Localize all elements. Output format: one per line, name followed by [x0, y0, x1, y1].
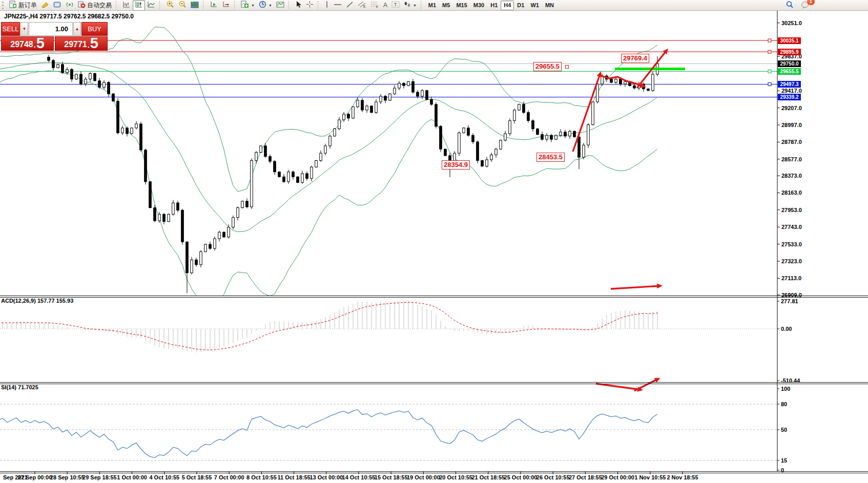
styler-button[interactable]: [39, 0, 51, 11]
zoom-in-button[interactable]: [164, 0, 176, 11]
time-axis-label: 27 Oct 18:55: [569, 474, 602, 480]
auto-trading-button[interactable]: 自动交易: [76, 0, 114, 11]
templates-button[interactable]: [274, 0, 286, 11]
price-tick-label: 28997.0: [781, 122, 802, 128]
candle-body: [144, 150, 147, 182]
time-axis-label: 4 Oct 10:55: [149, 474, 179, 480]
time-axis-label: 29 Oct 00:00: [601, 474, 634, 480]
candle-body: [384, 96, 387, 100]
candle-body: [546, 135, 548, 139]
timeframe-button-h1[interactable]: H1: [487, 1, 501, 10]
timeframe-button-m15[interactable]: M15: [453, 1, 470, 10]
chart-canvas[interactable]: 30251.029837.029417.029207.028997.028787…: [0, 0, 868, 483]
search-button[interactable]: [783, 0, 796, 11]
timeframe-button-m1[interactable]: M1: [425, 1, 439, 10]
candle-body: [592, 102, 594, 124]
bollinger-lower-band: [0, 71, 657, 302]
candle-body: [89, 73, 92, 79]
candle-body: [117, 101, 119, 133]
candle-body: [209, 244, 212, 248]
chevron-down-icon: ▼: [251, 4, 255, 7]
timeframe-button-h4[interactable]: H4: [501, 1, 514, 10]
candle-body: [523, 104, 525, 113]
timeframe-button-mn[interactable]: MN: [542, 1, 557, 10]
toolbar-separator: [234, 1, 237, 9]
timeframe-button-m30[interactable]: M30: [470, 1, 487, 10]
trendline-button[interactable]: [344, 0, 356, 11]
timeframe-button-m5[interactable]: M5: [439, 1, 453, 10]
buy-button[interactable]: BUY: [81, 22, 108, 36]
volume-increase-button[interactable]: ▲: [73, 22, 81, 36]
candle-body: [495, 149, 498, 155]
level-anchor-square: [768, 70, 771, 73]
candle-body: [131, 128, 133, 134]
time-axis-label: 19 Oct 00:00: [407, 474, 440, 480]
indicator-axis-label: 80: [781, 401, 787, 407]
crosshair-button[interactable]: [304, 0, 316, 11]
toolbar-separator: [159, 1, 162, 9]
trend-arrow: [573, 73, 601, 152]
horizontal-line-button[interactable]: [332, 0, 344, 11]
tile-windows-button[interactable]: [189, 0, 201, 11]
buy-price[interactable]: 29771.5: [55, 36, 108, 51]
volume-decrease-button[interactable]: ▼: [20, 22, 28, 36]
bar-chart-button[interactable]: [120, 0, 133, 11]
candle-body: [121, 128, 124, 133]
auto-scroll-button[interactable]: [208, 0, 220, 11]
chart-shift-icon: [222, 1, 230, 10]
auto-trading-label: 自动交易: [87, 1, 112, 10]
timeframe-button-d1[interactable]: D1: [514, 1, 527, 10]
candle-body: [283, 177, 285, 182]
line-chart-icon: [147, 1, 155, 10]
zoom-out-button[interactable]: [176, 0, 189, 11]
channel-button[interactable]: E: [356, 0, 368, 11]
zoom-in-icon: [166, 1, 174, 10]
arrows-button[interactable]: ▼: [402, 0, 419, 11]
sell-price[interactable]: 29748.5: [1, 36, 54, 51]
chevron-down-icon: ▼: [268, 4, 272, 7]
candle-body: [320, 153, 322, 160]
highlight-level-segment: [615, 68, 685, 70]
indicators-add-button[interactable]: ▼: [239, 0, 257, 11]
indicator-axis-label: -510.44: [781, 377, 800, 384]
candle-body: [301, 174, 304, 182]
vertical-line-button[interactable]: [322, 0, 332, 11]
candle-body: [292, 172, 295, 177]
candle-body: [555, 135, 557, 139]
new-order-button[interactable]: 新订单: [7, 0, 39, 11]
candle-body: [218, 232, 221, 239]
profiles-button[interactable]: [51, 0, 64, 11]
sell-button[interactable]: SELL: [1, 22, 20, 36]
candle-body: [343, 114, 345, 120]
price-tick-label: 28163.0: [781, 190, 802, 196]
time-axis-label: 14 Oct 10:55: [342, 474, 376, 480]
candlestick-chart-button[interactable]: [133, 0, 145, 11]
notification-badge: 1: [807, 0, 815, 5]
fibonacci-icon: F: [370, 1, 379, 10]
fibonacci-button[interactable]: F: [368, 0, 381, 11]
candle-body: [126, 128, 129, 134]
text-button[interactable]: A: [381, 0, 389, 11]
price-tick-label: 29207.0: [781, 105, 802, 111]
level-anchor-square: [768, 39, 771, 42]
arrows-tool-icon: [404, 1, 411, 10]
volume-input[interactable]: [29, 22, 73, 36]
line-chart-button[interactable]: [145, 0, 157, 11]
cursor-button[interactable]: [293, 0, 304, 11]
signals-button[interactable]: [64, 0, 76, 11]
crayon-icon: [41, 1, 49, 10]
bollinger-middle-band: [0, 62, 657, 232]
candle-body: [287, 172, 290, 182]
chat-button[interactable]: 1: [799, 0, 812, 11]
chart-shift-button[interactable]: [220, 0, 232, 11]
candle-body: [306, 174, 308, 179]
candle-body: [610, 79, 613, 82]
candle-body: [48, 57, 50, 60]
candle-body: [370, 106, 373, 113]
toolbar-grip[interactable]: [2, 2, 6, 9]
periods-button[interactable]: ▼: [257, 0, 274, 11]
text-label-button[interactable]: T: [389, 0, 402, 11]
candle-body: [297, 177, 299, 182]
timeframe-button-w1[interactable]: W1: [527, 1, 542, 10]
candle-body: [255, 153, 258, 161]
